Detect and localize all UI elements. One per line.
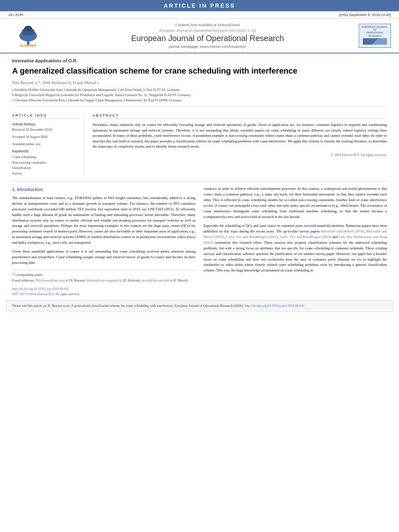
- keyword-1: Crane scheduling: [12, 154, 78, 160]
- article-category: Innovative Applications of O.R.: [12, 58, 387, 63]
- affiliation-a: a Friedrich-Schiller-Universität Jena, L…: [12, 87, 387, 92]
- email-link-2[interactable]: briskorn@uni-wuppertal.de: [86, 279, 122, 282]
- authors: Nils Boysen a,*, Dirk Briskorn b, Frank …: [12, 80, 387, 85]
- footnote-section: * Corresponding author. E-mail addresses…: [12, 270, 195, 283]
- jid-label: JID: EOR: [8, 13, 23, 17]
- keyword-3: Classification: [12, 165, 78, 171]
- keyword-2: Non-crossing constraints: [12, 160, 78, 166]
- keywords-section: Keywords: Crane scheduling Non-crossing …: [12, 149, 78, 176]
- journal-header: ELSEVIER Contents lists available at Sci…: [0, 19, 399, 53]
- section-divider: [12, 181, 387, 181]
- copyright: © 2016 Elsevier B.V. All rights reserved…: [93, 153, 387, 157]
- article-in-press-banner: ARTICLE IN PRESS: [0, 0, 399, 11]
- keywords-label: Keywords:: [12, 149, 78, 153]
- affiliations: a Friedrich-Schiller-Universität Jena, L…: [12, 87, 387, 107]
- ref-bierwirth-2010: Bierwirth and Meisel (2010): [321, 229, 364, 233]
- affiliation-c: c Christian-Albrechts-Universität Kiel, …: [12, 98, 387, 103]
- email-label: E-mail addresses:: [12, 279, 35, 282]
- elsevier-logo: ELSEVIER: [8, 24, 48, 48]
- accepted-date: Accepted 18 August 2016: [12, 135, 78, 140]
- history-label: Article history:: [12, 122, 78, 126]
- affiliation-b: b Bergische Universität Wuppertal, Lehrs…: [12, 92, 387, 98]
- issn-section: 0377-2217/© 2016 Elsevier B.V. All right…: [0, 292, 399, 300]
- available-date: Available online xxx: [12, 142, 78, 147]
- article-history: Article history: Received 25 December 20…: [12, 122, 78, 147]
- right-column: windows in order to achieve efficient tr…: [204, 186, 387, 284]
- keywords-list: Crane scheduling Non-crossing constraint…: [12, 154, 78, 176]
- homepage-link[interactable]: www.elsevier.com/locate/ejor: [200, 45, 247, 49]
- two-column-section: ARTICLE INFO Article history: Received 2…: [0, 113, 399, 176]
- issue-info: European Journal of Operational Research…: [56, 29, 359, 33]
- journal-center: Contents lists available at ScienceDirec…: [56, 23, 359, 49]
- main-body: 1. Introduction The standardization of l…: [0, 186, 399, 284]
- keyword-4: Survey: [12, 171, 78, 177]
- sciencedirect-link: Contents lists available at ScienceDirec…: [56, 23, 359, 27]
- ref-carlo-2015: Carlo, Vis, and Roodbergen (2015): [226, 235, 278, 239]
- article-section: Innovative Applications of O.R. A genera…: [0, 53, 399, 113]
- cite-doi-link[interactable]: http://dx.doi.org/10.1016/j.ejor.2016.08…: [245, 304, 304, 308]
- sciencedirect-anchor[interactable]: ScienceDirect: [218, 23, 240, 27]
- left-column: 1. Introduction The standardization of l…: [12, 186, 195, 284]
- cite-bar: Please cite this article as: N. Boysen e…: [6, 300, 393, 312]
- svg-point-4: [24, 26, 32, 31]
- introduction-heading: 1. Introduction: [12, 186, 195, 193]
- journal-homepage: journal homepage: www.elsevier.com/locat…: [56, 45, 359, 49]
- stamp-label: [m5G;September 8, 2016;19:40]: [339, 13, 391, 17]
- email-link-3[interactable]: meisel@bwl.uni-kiel.de: [142, 279, 173, 282]
- received-date: Received 25 December 2014: [12, 127, 78, 132]
- email-link-1[interactable]: Nils.boysen@uni-jena.de: [36, 279, 68, 282]
- intro-paragraph-3: windows in order to achieve efficient tr…: [204, 186, 387, 220]
- intro-paragraph-1: The standardization of load carriers, e.…: [12, 195, 195, 246]
- intro-paragraph-2: Given these manifold applications of cra…: [12, 249, 195, 266]
- ejor-logo: EUROPEAN JOURNAL OFOPERATIONALRESEARCH: [359, 24, 391, 48]
- ref-carlo-2014: Carlo, Vis, and Roodbergen (2014): [280, 235, 331, 239]
- svg-text:ELSEVIER: ELSEVIER: [20, 44, 36, 47]
- abstract-heading: ABSTRACT: [93, 113, 387, 119]
- doi-link[interactable]: http://dx.doi.org/10.1016/j.ejor.2016.08…: [12, 287, 69, 291]
- article-main-title: A generalized classification scheme for …: [12, 66, 387, 76]
- corresponding-note: * Corresponding author.: [12, 273, 195, 277]
- doi-section: http://dx.doi.org/10.1016/j.ejor.2016.08…: [0, 284, 399, 292]
- intro-paragraph-4: Especially the scheduling of QCs and yar…: [204, 223, 387, 273]
- cite-text: Please cite this article as: N. Boysen e…: [12, 304, 243, 308]
- top-meta: JID: EOR [m5G;September 8, 2016;19:40]: [0, 11, 399, 19]
- abstract-section: ABSTRACT Nowadays, many industries rely …: [93, 113, 387, 176]
- email-note: E-mail addresses: Nils.boysen@uni-jena.d…: [12, 278, 195, 283]
- article-info-heading: ARTICLE INFO: [12, 113, 78, 119]
- journal-title: European Journal of Operational Research: [56, 34, 359, 43]
- article-info: ARTICLE INFO Article history: Received 2…: [12, 113, 84, 176]
- abstract-text: Nowadays, many industries rely on cranes…: [93, 122, 387, 150]
